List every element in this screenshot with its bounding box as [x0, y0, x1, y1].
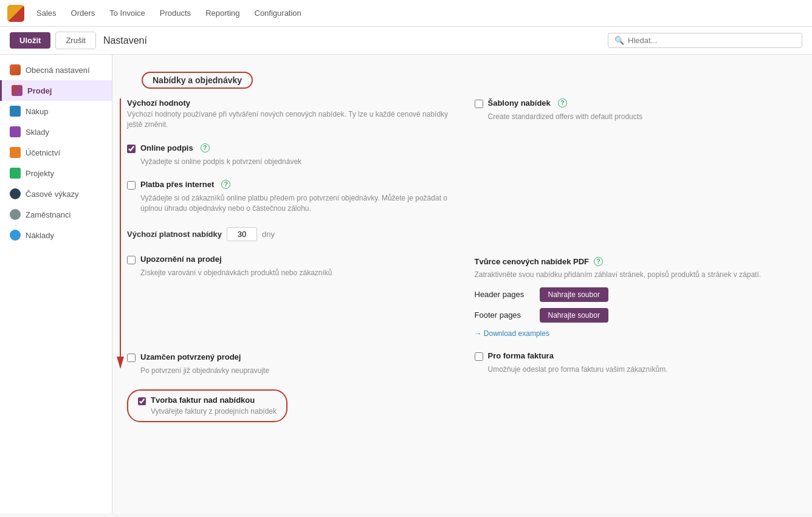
platnost-row: Výchozí platnost nabídky dny	[127, 227, 450, 241]
left-column: Výchozí hodnoty Výchozí hodnoty používan…	[127, 98, 450, 422]
search-icon: 🔍	[614, 36, 624, 45]
search-input[interactable]	[628, 36, 796, 45]
online-podpis-checkbox[interactable]	[127, 145, 136, 153]
sidebar-item-naklady[interactable]: Náklady	[0, 225, 112, 245]
page-title: Nastavení	[103, 35, 147, 46]
nav-reporting[interactable]: Reporting	[199, 6, 246, 20]
annotation-arrow	[117, 357, 124, 369]
nav-products[interactable]: Products	[154, 6, 197, 20]
pdf-creator-desc: Zatraktivněte svou nabídku přidáním záhl…	[475, 270, 798, 280]
platnost-label: Výchozí platnost nabídky	[127, 230, 222, 239]
sablony-help-icon[interactable]: ?	[558, 98, 567, 108]
sidebar-label-obecna: Obecná nastavení	[26, 66, 90, 75]
uzamcen-desc: Po potvrzení již objednávky neupravujte	[127, 366, 450, 376]
nav-toinvoice[interactable]: To Invoice	[103, 6, 151, 20]
sablony-block: Šablony nabídek ? Create standardized of…	[475, 98, 798, 122]
nav-sales[interactable]: Sales	[30, 6, 63, 20]
sklady-icon	[10, 126, 21, 137]
search-box[interactable]: 🔍	[608, 33, 802, 48]
main-layout: Obecná nastavení Prodej Nákup Sklady Úče…	[0, 55, 812, 513]
upozorneni-label: Upozornění na prodej	[140, 255, 222, 264]
sidebar-item-projekty[interactable]: Projekty	[0, 163, 112, 183]
uzamcen-label: Uzamčen potvrzený prodej	[140, 352, 241, 361]
casove-icon	[10, 188, 21, 199]
footer-pages-label: Footer pages	[475, 310, 532, 320]
online-podpis-label: Online podpis	[140, 143, 193, 152]
sablony-checkbox[interactable]	[475, 100, 483, 108]
sidebar-label-nakup: Nákup	[26, 107, 49, 116]
tvorba-desc: Vytvářejte faktury z prodejních nabídek	[151, 406, 277, 417]
sidebar-item-nakup[interactable]: Nákup	[0, 101, 112, 122]
pdf-creator-block: Tvůrce cenových nabídek PDF ? Zatraktivn…	[475, 257, 798, 338]
platba-label: Platba přes internet	[140, 180, 214, 189]
tvorba-checkbox[interactable]	[138, 397, 146, 405]
naklady-icon	[10, 230, 21, 241]
toolbar: Uložit Zrušit Nastavení 🔍	[0, 27, 812, 55]
proforma-label: Pro forma faktura	[488, 351, 554, 360]
header-pages-row: Header pages Nahrajte soubor	[475, 287, 798, 302]
sablony-desc: Create standardized offers with default …	[475, 112, 798, 122]
sidebar-item-ucetnictvi[interactable]: Účetnictví	[0, 142, 112, 163]
upozorneni-checkbox[interactable]	[127, 256, 136, 264]
sidebar-item-casove[interactable]: Časové výkazy	[0, 183, 112, 204]
zamestnanci-icon	[10, 209, 21, 220]
pdf-creator-title: Tvůrce cenových nabídek PDF	[475, 257, 590, 266]
uzamcen-block: Uzamčen potvrzený prodej Po potvrzení ji…	[127, 352, 450, 376]
tvorba-label: Tvorba faktur nad nabídkou	[151, 395, 277, 405]
proforma-desc: Umožňuje odeslat pro forma fakturu vašim…	[475, 365, 798, 375]
svg-marker-0	[117, 357, 124, 369]
proforma-checkbox[interactable]	[475, 352, 483, 361]
top-nav: Sales Orders To Invoice Products Reporti…	[0, 0, 812, 27]
platba-checkbox[interactable]	[127, 181, 136, 190]
sidebar-label-projekty: Projekty	[26, 169, 54, 178]
footer-upload-button[interactable]: Nahrajte soubor	[540, 308, 608, 323]
header-pages-label: Header pages	[475, 290, 532, 299]
sidebar-item-zamestnanci[interactable]: Zaměstnanci	[0, 204, 112, 225]
online-podpis-help-icon[interactable]: ?	[201, 143, 210, 152]
nav-configuration[interactable]: Configuration	[249, 6, 308, 20]
prodej-icon	[12, 85, 22, 96]
platnost-input[interactable]	[227, 227, 257, 241]
sidebar-item-prodej[interactable]: Prodej	[0, 80, 112, 101]
sidebar-label-prodej: Prodej	[27, 86, 52, 95]
tvorba-highlight-block: Tvorba faktur nad nabídkou Vytvářejte fa…	[127, 389, 287, 423]
general-icon	[10, 64, 21, 75]
nakup-icon	[10, 106, 21, 117]
ucetnictvi-icon	[10, 147, 21, 158]
header-upload-button[interactable]: Nahrajte soubor	[540, 287, 608, 302]
sablony-label: Šablony nabídek	[488, 98, 551, 108]
uzamcen-checkbox[interactable]	[127, 354, 136, 362]
default-values-desc: Výchozí hodnoty používané při vytváření …	[127, 109, 450, 130]
pdf-creator-help-icon[interactable]: ?	[594, 257, 603, 266]
app-logo	[7, 5, 24, 22]
content-area: Nabídky a objednávky Výchozí hodnoty Výc…	[112, 55, 812, 513]
online-podpis-block: Online podpis ? Vyžadejte si online podp…	[127, 143, 450, 167]
upozorneni-block: Upozornění na prodej Získejte varování v…	[127, 255, 450, 278]
default-values-block: Výchozí hodnoty Výchozí hodnoty používan…	[127, 98, 450, 130]
section-heading: Nabídky a objednávky	[142, 72, 253, 89]
platba-desc: Vyžádejte si od zákazníků online platbu …	[127, 193, 450, 214]
platba-block: Platba přes internet ? Vyžádejte si od z…	[127, 180, 450, 214]
sidebar-label-sklady: Sklady	[26, 128, 49, 137]
sidebar-label-ucetnictvi: Účetnictví	[26, 148, 60, 157]
right-column: Šablony nabídek ? Create standardized of…	[475, 98, 798, 422]
online-podpis-desc: Vyžadejte si online podpis k potvrzení o…	[127, 157, 450, 167]
default-values-title: Výchozí hodnoty	[127, 98, 450, 108]
sidebar-label-naklady: Náklady	[26, 231, 54, 240]
download-examples-link[interactable]: Download examples	[475, 329, 549, 338]
upozorneni-desc: Získejte varování v objednávkách produkt…	[127, 268, 450, 278]
platba-help-icon[interactable]: ?	[221, 180, 230, 189]
projekty-icon	[10, 168, 21, 179]
platnost-unit: dny	[262, 230, 275, 239]
save-button[interactable]: Uložit	[10, 32, 50, 49]
nav-orders[interactable]: Orders	[65, 6, 102, 20]
proforma-block: Pro forma faktura Umožňuje odeslat pro f…	[475, 351, 798, 375]
sidebar-label-casove: Časové výkazy	[26, 190, 78, 199]
footer-pages-row: Footer pages Nahrajte soubor	[475, 308, 798, 323]
sidebar-item-obecna[interactable]: Obecná nastavení	[0, 60, 112, 80]
sidebar: Obecná nastavení Prodej Nákup Sklady Úče…	[0, 55, 112, 513]
sidebar-label-zamestnanci: Zaměstnanci	[26, 210, 71, 219]
cancel-button[interactable]: Zrušit	[55, 32, 96, 49]
sidebar-item-sklady[interactable]: Sklady	[0, 122, 112, 142]
